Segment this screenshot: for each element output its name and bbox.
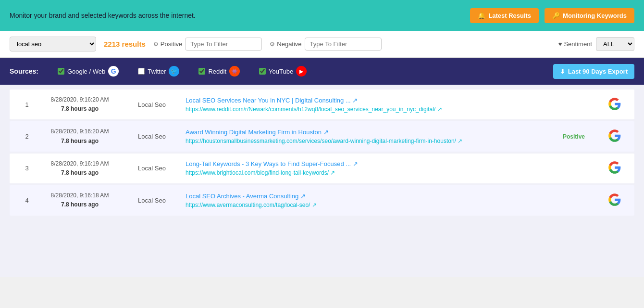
source-twitter-checkbox[interactable]	[138, 68, 145, 75]
results-label: results	[122, 40, 146, 48]
source-google[interactable]: Google / Web G	[58, 66, 119, 77]
filter-icon: ⚙	[153, 41, 159, 48]
row-keyword: Local Seo	[123, 133, 181, 140]
source-youtube-label: YouTube	[269, 68, 293, 75]
source-twitter[interactable]: Twitter 🐦	[138, 66, 179, 77]
youtube-icon: ▶	[296, 66, 307, 77]
row-title[interactable]: Local SEO Services Near You in NYC | Dig…	[186, 97, 545, 104]
reddit-icon: 👾	[229, 66, 240, 77]
row-source	[603, 97, 627, 112]
results-count: 2213 results	[104, 40, 146, 48]
google-icon: G	[108, 66, 119, 77]
row-source	[603, 193, 627, 208]
sources-bar: Sources: Google / Web G Twitter 🐦 Reddit…	[0, 58, 644, 85]
row-keyword: Local Seo	[123, 197, 181, 204]
row-number: 4	[17, 197, 37, 204]
row-number: 2	[17, 133, 37, 140]
filter-bar: local seo 2213 results ⚙ Positive ⚙ Nega…	[0, 31, 644, 58]
sentiment-select[interactable]: ALL	[596, 37, 634, 51]
source-reddit-checkbox[interactable]	[198, 68, 205, 75]
negative-filter-group: ⚙ Negative	[270, 38, 381, 51]
banner-buttons: 🔔 Latest Results 🔑 Monitoring Keywords	[470, 8, 634, 23]
top-banner: Monitor your brand and selected keywords…	[0, 0, 644, 31]
row-ago: 7.8 hours ago	[61, 138, 99, 144]
row-ago: 7.8 hours ago	[61, 105, 99, 112]
key-icon: 🔑	[552, 12, 560, 19]
positive-label: ⚙ Positive	[153, 40, 183, 48]
monitoring-keywords-label: Monitoring Keywords	[563, 12, 627, 19]
keyword-select[interactable]: local seo	[10, 37, 96, 51]
latest-results-label: Latest Results	[488, 12, 531, 19]
source-google-checkbox[interactable]	[58, 68, 64, 75]
bell-icon: 🔔	[478, 12, 485, 19]
heart-icon: ♥	[558, 40, 562, 48]
row-datetime: 8/28/2020, 9:16:18 AM7.8 hours ago	[41, 191, 118, 209]
positive-filter-input[interactable]	[185, 38, 262, 51]
sentiment-group: ♥ Sentiment ALL	[558, 37, 634, 51]
negative-filter-input[interactable]	[305, 38, 382, 51]
row-sentiment: Positive	[550, 133, 598, 140]
row-keyword: Local Seo	[123, 101, 181, 108]
row-title[interactable]: Long-Tail Keywords - 3 Key Ways to Find …	[186, 160, 545, 167]
filter-icon2: ⚙	[270, 41, 275, 48]
row-keyword: Local Seo	[123, 165, 181, 172]
positive-filter-group: ⚙ Positive	[153, 38, 262, 51]
row-url[interactable]: https://www.avermaconsulting.com/tag/loc…	[186, 202, 317, 208]
row-datetime: 8/28/2020, 9:16:20 AM7.8 hours ago	[41, 127, 118, 145]
row-datetime: 8/28/2020, 9:16:19 AM7.8 hours ago	[41, 159, 118, 178]
table-row: 3 8/28/2020, 9:16:19 AM7.8 hours ago Loc…	[10, 154, 634, 183]
negative-label: ⚙ Negative	[270, 40, 301, 48]
row-source	[603, 161, 627, 176]
results-container: 1 8/28/2020, 9:16:20 AM7.8 hours ago Loc…	[0, 85, 644, 277]
download-icon: ⬇	[560, 68, 565, 75]
row-datetime: 8/28/2020, 9:16:20 AM7.8 hours ago	[41, 95, 118, 114]
sources-label: Sources:	[10, 67, 38, 75]
source-youtube-checkbox[interactable]	[259, 68, 266, 75]
export-label: Last 90 Days Export	[568, 68, 628, 75]
row-title[interactable]: Local SEO Archives - Averma Consulting ↗	[186, 192, 545, 200]
row-ago: 7.8 hours ago	[61, 201, 99, 208]
row-content: Local SEO Services Near You in NYC | Dig…	[186, 97, 545, 113]
source-youtube[interactable]: YouTube ▶	[259, 66, 307, 77]
export-button[interactable]: ⬇ Last 90 Days Export	[553, 64, 634, 79]
sentiment-label: ♥ Sentiment	[558, 40, 592, 48]
latest-results-button[interactable]: 🔔 Latest Results	[470, 8, 539, 23]
twitter-icon: 🐦	[169, 66, 179, 77]
table-row: 4 8/28/2020, 9:16:18 AM7.8 hours ago Loc…	[10, 185, 634, 215]
row-number: 3	[17, 165, 37, 172]
row-source	[603, 129, 627, 144]
source-google-label: Google / Web	[67, 68, 105, 75]
source-reddit[interactable]: Reddit 👾	[198, 66, 240, 77]
results-list: 1 8/28/2020, 9:16:20 AM7.8 hours ago Loc…	[10, 90, 634, 216]
row-content: Local SEO Archives - Averma Consulting ↗…	[186, 192, 545, 208]
source-twitter-label: Twitter	[148, 68, 166, 75]
row-number: 1	[17, 101, 37, 108]
row-url[interactable]: https://www.brightlocal.com/blog/find-lo…	[186, 169, 335, 176]
source-reddit-label: Reddit	[208, 68, 226, 75]
row-url[interactable]: https://houstonsmallbusinessmarketing.co…	[186, 138, 462, 144]
banner-text: Monitor your brand and selected keywords…	[10, 12, 196, 19]
row-ago: 7.8 hours ago	[61, 169, 99, 176]
row-content: Long-Tail Keywords - 3 Key Ways to Find …	[186, 160, 545, 176]
row-url[interactable]: https://www.reddit.com/r/Newark/comments…	[186, 106, 442, 113]
monitoring-keywords-button[interactable]: 🔑 Monitoring Keywords	[545, 8, 634, 23]
table-row: 1 8/28/2020, 9:16:20 AM7.8 hours ago Loc…	[10, 90, 634, 119]
row-content: Award Winning Digital Marketing Firm in …	[186, 128, 545, 144]
table-row: 2 8/28/2020, 9:16:20 AM7.8 hours ago Loc…	[10, 121, 634, 151]
row-title[interactable]: Award Winning Digital Marketing Firm in …	[186, 128, 545, 136]
